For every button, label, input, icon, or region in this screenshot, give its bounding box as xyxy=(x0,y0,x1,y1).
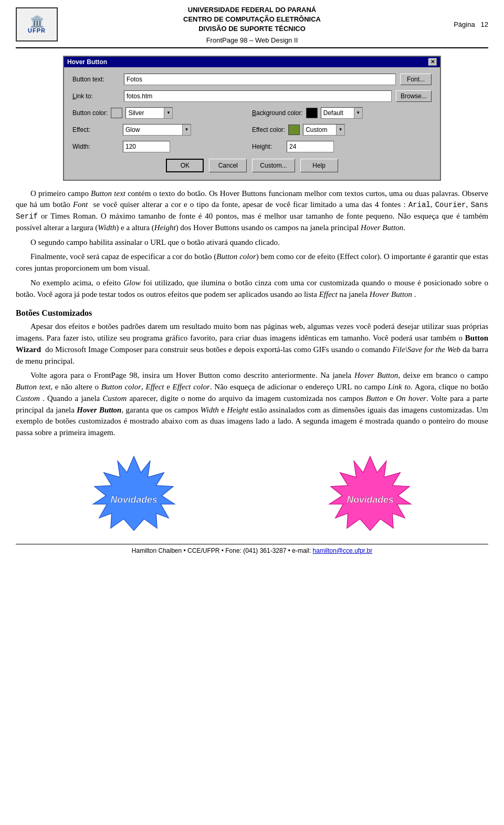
button-text-row: Button text: Font... xyxy=(72,74,432,85)
svg-marker-0 xyxy=(93,456,174,530)
page-number: 12 xyxy=(481,20,488,28)
dialog-title: Hover Button xyxy=(67,58,107,66)
university-name: UNIVERSIDADE FEDERAL DO PARANÁ CENTRO DE… xyxy=(63,5,441,34)
link-to-input[interactable] xyxy=(124,90,392,102)
section-heading: Botões Customizados xyxy=(16,308,488,318)
svg-text:Novidades: Novidades xyxy=(346,494,393,505)
footer-email[interactable]: hamilton@cce.ufpr.br xyxy=(313,547,373,554)
effect-color-value: Custom xyxy=(303,126,336,133)
building-icon: 🏛️ xyxy=(30,16,44,27)
ok-button[interactable]: OK xyxy=(166,159,204,172)
effect-label: Effect: xyxy=(72,126,120,133)
header-title: UNIVERSIDADE FEDERAL DO PARANÁ CENTRO DE… xyxy=(63,5,441,44)
button-color-dropdown[interactable]: Silver ▼ xyxy=(125,107,173,119)
dialog-body: Button text: Font... Link to: Browse... … xyxy=(64,67,440,180)
button-color-swatch xyxy=(111,108,122,118)
bg-color-section: Background color: Default ▼ xyxy=(252,107,432,119)
help-button[interactable]: Help xyxy=(300,159,338,172)
dialog-action-buttons: OK Cancel Custom... Help xyxy=(72,159,432,172)
logo-text: UFPR xyxy=(28,27,46,34)
width-label: Width: xyxy=(72,143,120,150)
effect-value: Glow xyxy=(123,126,182,133)
effect-color-section: Effect color: Custom ▼ xyxy=(252,124,432,136)
width-input[interactable] xyxy=(123,141,170,152)
height-input[interactable] xyxy=(287,141,334,152)
page-footer: Hamilton Chaiben • CCE/UFPR • Fone: (041… xyxy=(16,544,488,554)
button-color-value: Silver xyxy=(126,109,164,117)
body-text: O primeiro campo Button text contém o te… xyxy=(16,188,488,301)
link-to-label: Link to: xyxy=(72,92,120,100)
page-number-block: Página 12 xyxy=(441,20,488,28)
novidades-images-row: Novidades Novidades xyxy=(16,451,488,535)
svg-text:Novidades: Novidades xyxy=(110,494,157,505)
page-label: Página xyxy=(454,20,475,28)
para6: Volte agora para o FrontPage 98, insira … xyxy=(16,370,488,439)
height-section: Height: xyxy=(252,141,432,152)
effect-color-label: Effect color: xyxy=(252,126,285,133)
para1: O primeiro campo Button text contém o te… xyxy=(16,188,488,234)
para3: Finalmente, você será capaz de especific… xyxy=(16,251,488,274)
button-text-input[interactable] xyxy=(124,74,396,85)
novidades-image-1: Novidades xyxy=(81,451,186,535)
footer-text: Hamilton Chaiben • CCE/UFPR • Fone: (041… xyxy=(132,547,313,554)
body-text-2: Apesar dos efeitos e botões padrões dare… xyxy=(16,321,488,439)
browse-button[interactable]: Browse... xyxy=(396,90,432,102)
effect-row: Effect: Glow ▼ Effect color: Custom ▼ xyxy=(72,124,432,136)
dialog-close-button[interactable]: ✕ xyxy=(428,58,437,66)
button-color-section: Button color: Silver ▼ xyxy=(72,107,252,119)
color-row: Button color: Silver ▼ Background color:… xyxy=(72,107,432,119)
effect-color-swatch xyxy=(288,125,300,135)
para5: Apesar dos efeitos e botões padrões dare… xyxy=(16,321,488,367)
font-button[interactable]: Font... xyxy=(400,74,432,85)
custom-button[interactable]: Custom... xyxy=(252,159,295,172)
novidades-image-2: Novidades xyxy=(318,451,423,535)
effect-color-arrow-icon[interactable]: ▼ xyxy=(336,125,344,135)
height-label: Height: xyxy=(252,143,284,150)
effect-dropdown[interactable]: Glow ▼ xyxy=(123,124,191,136)
effect-color-dropdown[interactable]: Custom ▼ xyxy=(303,124,345,136)
bg-color-value: Default xyxy=(321,109,354,117)
effect-section: Effect: Glow ▼ xyxy=(72,124,252,136)
logo-block: 🏛️ UFPR xyxy=(16,7,63,42)
button-color-label: Button color: xyxy=(72,109,108,117)
para2: O segundo campo habilita assinalar o URL… xyxy=(16,237,488,249)
bg-color-label: Background color: xyxy=(252,109,303,117)
effect-arrow-icon[interactable]: ▼ xyxy=(182,125,191,135)
cancel-button[interactable]: Cancel xyxy=(209,159,247,172)
link-to-row: Link to: Browse... xyxy=(72,90,432,102)
dialog-screenshot: Hover Button ✕ Button text: Font... Link… xyxy=(63,56,441,181)
button-text-label: Button text: xyxy=(72,76,120,83)
svg-marker-2 xyxy=(329,456,411,530)
page-header: 🏛️ UFPR UNIVERSIDADE FEDERAL DO PARANÁ C… xyxy=(16,0,488,48)
button-color-arrow-icon[interactable]: ▼ xyxy=(164,108,172,118)
bg-color-arrow-icon[interactable]: ▼ xyxy=(354,108,362,118)
dimensions-row: Width: Height: xyxy=(72,141,432,152)
course-title: FrontPage 98 – Web Design II xyxy=(63,36,441,44)
bg-color-swatch xyxy=(306,108,318,118)
width-section: Width: xyxy=(72,141,252,152)
para4: No exemplo acima, o efeito Glow foi util… xyxy=(16,277,488,301)
dialog-titlebar: Hover Button ✕ xyxy=(64,57,440,67)
bg-color-dropdown[interactable]: Default ▼ xyxy=(321,107,363,119)
